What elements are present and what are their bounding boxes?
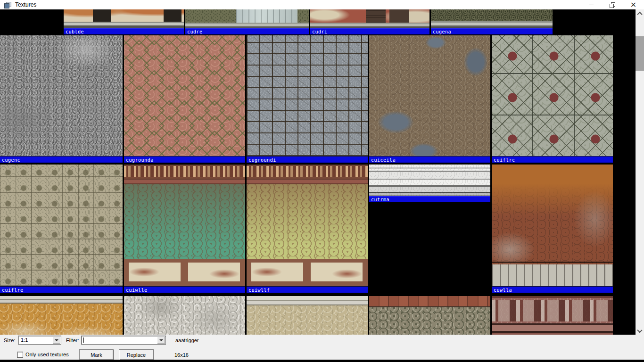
dropdown-arrow-icon — [55, 339, 58, 341]
texture-thumbnail[interactable] — [431, 9, 553, 28]
filter-dropdown-button[interactable] — [157, 337, 165, 344]
minimize-button[interactable] — [580, 0, 602, 9]
selected-texture-name: aaatrigger — [175, 337, 199, 344]
window-title: Textures — [15, 1, 36, 8]
texture-label: cuiceila — [369, 156, 490, 163]
scroll-down-button[interactable] — [636, 327, 644, 335]
texture-label: cugenc — [0, 156, 123, 163]
texture-thumbnail[interactable] — [0, 35, 123, 156]
texture-thumbnail[interactable] — [0, 165, 123, 286]
minimize-icon — [589, 5, 594, 5]
texture-tile[interactable]: cutrma — [369, 165, 490, 202]
texture-tile[interactable]: cuiflrc — [492, 35, 613, 163]
texture-label: cuiwllf — [247, 287, 368, 293]
texture-tile[interactable]: cuiceila — [369, 35, 490, 163]
app-icon — [4, 2, 11, 8]
texture-thumbnail[interactable] — [310, 9, 429, 28]
window-bottom-border — [0, 360, 644, 362]
only-used-label: Only used textures — [25, 352, 69, 358]
window-controls: × — [580, 0, 644, 9]
texture-tile[interactable] — [0, 296, 123, 335]
texture-thumbnail[interactable] — [185, 9, 309, 28]
texture-tile[interactable] — [369, 296, 490, 335]
titlebar: Textures × — [0, 0, 644, 9]
texture-tile[interactable]: cuiflre — [0, 165, 123, 293]
texture-thumbnail[interactable] — [124, 35, 245, 156]
texture-tile[interactable]: cugena — [431, 9, 553, 34]
selected-texture-size: 16x16 — [174, 352, 189, 358]
texture-thumbnail[interactable] — [247, 35, 368, 156]
texture-tile[interactable] — [124, 296, 245, 335]
scrollbar-thumb[interactable] — [636, 36, 644, 71]
dropdown-arrow-icon — [159, 339, 163, 341]
texture-tile[interactable] — [492, 296, 613, 335]
texture-label: cudre — [185, 28, 309, 34]
size-select[interactable]: 1:1 — [18, 336, 61, 345]
chevron-down-icon — [637, 327, 642, 332]
texture-label: cudri — [310, 28, 429, 34]
texture-tile[interactable]: cuiwlle — [124, 165, 245, 293]
close-button[interactable]: × — [623, 0, 644, 9]
text-caret — [83, 337, 84, 343]
texture-tile[interactable]: cugroundi — [247, 35, 368, 163]
texture-label: cugroundi — [247, 156, 368, 163]
texture-thumbnail[interactable] — [492, 296, 613, 335]
vertical-scrollbar[interactable] — [636, 9, 644, 335]
texture-label: cublde — [64, 28, 184, 34]
close-icon: × — [630, 1, 636, 8]
texture-tile[interactable]: cuwlla — [492, 165, 613, 293]
texture-tile[interactable] — [247, 296, 368, 335]
texture-label: cuiflrc — [492, 156, 613, 163]
size-dropdown-button[interactable] — [52, 337, 60, 344]
filter-label: Filter: — [66, 337, 79, 344]
texture-thumbnail[interactable] — [369, 296, 490, 335]
texture-label: cuiflre — [0, 287, 123, 293]
bottom-toolbar: Size: 1:1 Filter: aaatrigger Only used t… — [0, 335, 644, 360]
texture-thumbnail[interactable] — [0, 296, 123, 335]
replace-button[interactable]: Replace — [119, 349, 154, 360]
texture-thumbnail[interactable] — [369, 35, 490, 156]
texture-label: cugrounda — [124, 156, 245, 163]
texture-label: cuiwlle — [124, 287, 245, 293]
texture-thumbnail[interactable] — [124, 165, 245, 286]
chevron-up-icon — [637, 11, 642, 16]
app-window: Textures × cubldecudrecudricugenacugencc… — [0, 0, 644, 362]
texture-label: cuwlla — [492, 287, 613, 293]
texture-thumbnail[interactable] — [64, 9, 184, 28]
texture-thumbnail[interactable] — [492, 35, 613, 156]
size-label: Size: — [4, 337, 15, 344]
texture-thumbnail[interactable] — [369, 165, 490, 196]
scroll-up-button[interactable] — [636, 9, 644, 17]
texture-thumbnail[interactable] — [492, 165, 613, 286]
size-value: 1:1 — [21, 337, 28, 343]
texture-tile[interactable]: cudre — [185, 9, 309, 34]
texture-thumbnail[interactable] — [247, 165, 368, 286]
texture-tile[interactable]: cuiwllf — [247, 165, 368, 293]
only-used-checkbox[interactable] — [17, 352, 23, 358]
texture-label: cutrma — [369, 196, 490, 202]
texture-thumbnail[interactable] — [124, 296, 245, 335]
restore-icon — [610, 2, 615, 8]
texture-thumbnail[interactable] — [247, 296, 368, 335]
restore-button[interactable] — [602, 0, 623, 9]
texture-tile[interactable]: cugrounda — [124, 35, 245, 163]
texture-tile[interactable]: cudri — [310, 9, 429, 34]
mark-button[interactable]: Mark — [79, 349, 114, 360]
texture-canvas: cubldecudrecudricugenacugenccugroundacug… — [0, 0, 636, 335]
texture-tile[interactable]: cublde — [64, 9, 184, 34]
texture-label: cugena — [431, 28, 553, 34]
filter-input[interactable] — [81, 336, 166, 345]
texture-tile[interactable]: cugenc — [0, 35, 123, 163]
